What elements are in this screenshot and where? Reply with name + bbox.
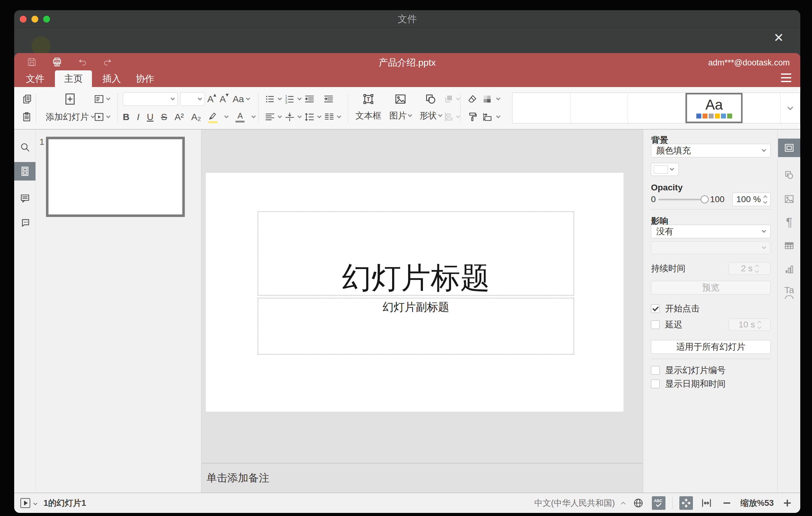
close-icon[interactable]: ✕	[771, 30, 787, 46]
arrange-shape-icon[interactable]	[444, 94, 454, 104]
slide-settings-button[interactable]	[778, 139, 800, 157]
arrange-chevron-icon[interactable]	[456, 96, 460, 100]
align-shape-icon[interactable]	[444, 112, 454, 122]
italic-button[interactable]: I	[137, 112, 140, 122]
delay-spinner[interactable]: 10 s	[729, 318, 771, 331]
fit-to-slide-button[interactable]	[679, 496, 693, 510]
slide-thumbnail[interactable]	[46, 137, 185, 217]
slide-layout-icon[interactable]	[94, 94, 104, 104]
add-slide-icon[interactable]	[64, 92, 76, 106]
line-spacing-chevron-icon[interactable]	[317, 114, 321, 118]
clear-style-icon[interactable]	[467, 94, 477, 104]
font-color-chevron-icon[interactable]	[252, 114, 256, 118]
numbering-chevron-icon[interactable]	[297, 96, 302, 100]
columns-icon[interactable]	[324, 112, 335, 122]
insert-image-button[interactable]: 图片	[389, 90, 411, 126]
chart-settings-button[interactable]	[778, 260, 800, 279]
fill-type-select[interactable]: 颜色填充	[651, 144, 771, 157]
paragraph-settings-button[interactable]: ¶	[778, 213, 800, 231]
apply-to-all-button[interactable]: 适用于所有幻灯片	[651, 340, 771, 354]
start-slideshow-icon[interactable]	[94, 112, 104, 122]
increase-indent-icon[interactable]	[323, 94, 334, 104]
fill-color-picker[interactable]	[651, 163, 679, 176]
chat-button[interactable]	[14, 213, 35, 231]
horizontal-align-icon[interactable]	[265, 112, 275, 122]
tab-home[interactable]: 主页	[55, 70, 92, 87]
slide[interactable]: 幻灯片标题 幻灯片副标题	[206, 173, 624, 412]
paste-icon[interactable]	[22, 112, 32, 122]
save-icon[interactable]	[27, 57, 37, 67]
subscript-button[interactable]: A₂	[191, 112, 201, 122]
slides-panel-button[interactable]	[14, 162, 35, 180]
print-icon[interactable]	[52, 57, 62, 67]
show-slide-number-checkbox[interactable]	[651, 366, 660, 375]
bullets-icon[interactable]	[265, 94, 275, 104]
slideshow-chevron-icon[interactable]	[106, 114, 111, 118]
language-caret-icon[interactable]	[621, 502, 625, 506]
zoom-out-button[interactable]	[720, 496, 734, 510]
effect-type-select-disabled[interactable]	[651, 241, 771, 254]
theme-tile-selected[interactable]: Aa	[686, 93, 743, 123]
vertical-align-icon[interactable]	[285, 112, 295, 122]
theme-tile[interactable]	[628, 93, 686, 123]
slide-size-chevron-icon[interactable]	[496, 114, 500, 118]
copy-icon[interactable]	[22, 94, 32, 104]
textart-settings-button[interactable]: Ta	[778, 283, 800, 302]
vertical-align-chevron-icon[interactable]	[297, 114, 302, 118]
show-date-time-checkbox[interactable]	[651, 380, 660, 388]
line-spacing-icon[interactable]	[304, 112, 315, 122]
slider-thumb[interactable]	[701, 195, 709, 203]
slide-size-icon[interactable]	[482, 112, 492, 122]
subtitle-placeholder[interactable]: 幻灯片副标题	[258, 298, 574, 354]
spin-down-icon[interactable]	[763, 200, 767, 204]
opacity-slider[interactable]	[658, 195, 705, 203]
language-selector[interactable]: 中文(中华人民共和国)	[534, 497, 615, 509]
search-button[interactable]	[14, 138, 35, 156]
duration-spinner[interactable]: 2 s	[729, 262, 771, 275]
font-size-combo[interactable]	[180, 92, 205, 106]
highlight-color-button[interactable]	[208, 111, 218, 123]
menu-icon[interactable]	[779, 72, 793, 83]
tab-insert[interactable]: 插入	[95, 70, 128, 87]
start-slideshow-status-button[interactable]	[20, 498, 30, 508]
theme-tile[interactable]	[743, 93, 780, 123]
copy-style-icon[interactable]	[467, 112, 477, 122]
increase-font-icon[interactable]: A▲	[207, 94, 213, 104]
title-placeholder[interactable]: 幻灯片标题	[258, 211, 574, 296]
set-language-button[interactable]	[632, 496, 645, 510]
decrease-font-icon[interactable]: A▼	[220, 94, 226, 104]
underline-button[interactable]: U	[147, 112, 154, 122]
effect-select[interactable]: 没有	[651, 225, 771, 238]
slide-layout-chevron-icon[interactable]	[106, 96, 111, 100]
fit-to-width-button[interactable]	[700, 496, 713, 510]
undo-icon[interactable]	[77, 57, 88, 67]
notes-area[interactable]: 单击添加备注	[201, 463, 643, 492]
theme-gallery-expand-button[interactable]	[780, 93, 800, 123]
align-shape-chevron-icon[interactable]	[456, 114, 460, 118]
bullets-chevron-icon[interactable]	[278, 96, 282, 100]
numbering-icon[interactable]: 123	[285, 94, 295, 104]
theme-tile[interactable]	[513, 93, 571, 123]
color-scheme-chevron-icon[interactable]	[496, 96, 500, 100]
opacity-spinner[interactable]: 100 %	[732, 193, 771, 206]
slideshow-mode-chevron-icon[interactable]	[33, 501, 37, 505]
image-settings-button[interactable]	[778, 190, 800, 208]
tab-file[interactable]: 文件	[19, 70, 52, 87]
zoom-in-button[interactable]	[781, 496, 794, 510]
insert-shape-button[interactable]: 形状	[419, 90, 442, 126]
highlight-chevron-icon[interactable]	[224, 114, 229, 118]
add-slide-label[interactable]: 添加幻灯片	[46, 111, 89, 123]
superscript-button[interactable]: A²	[175, 112, 184, 122]
shape-settings-button[interactable]	[778, 166, 800, 184]
bold-button[interactable]: B	[123, 112, 129, 122]
preview-button[interactable]: 预览	[651, 281, 771, 294]
strikeout-button[interactable]: S	[161, 112, 167, 122]
font-name-combo[interactable]	[123, 92, 178, 106]
horizontal-align-chevron-icon[interactable]	[278, 114, 282, 118]
change-case-icon[interactable]: Aa	[233, 94, 244, 104]
start-on-click-checkbox[interactable]	[651, 304, 660, 313]
insert-textbox-button[interactable]: T 文本框	[355, 90, 381, 126]
redo-icon[interactable]	[103, 57, 113, 67]
comments-button[interactable]	[14, 189, 35, 208]
decrease-indent-icon[interactable]	[304, 94, 315, 104]
